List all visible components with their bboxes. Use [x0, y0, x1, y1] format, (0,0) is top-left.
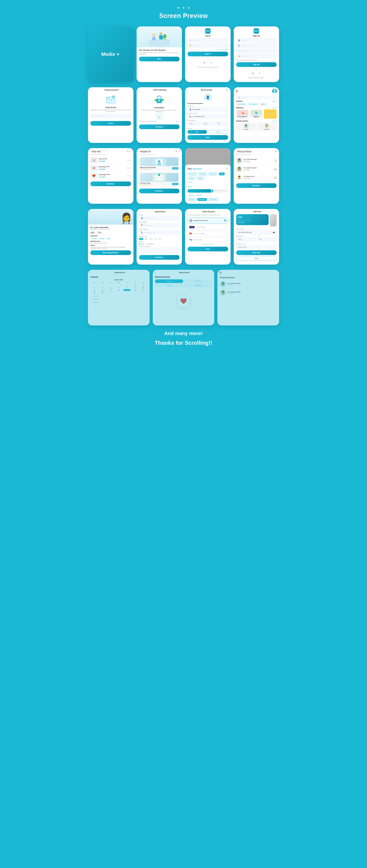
payment-save-button[interactable]: Save [188, 247, 228, 251]
signup-email-field[interactable]: ✉ Email address [236, 49, 277, 53]
dob-month[interactable]: Month [201, 122, 214, 126]
hospital-1-details-button[interactable]: Details [172, 167, 178, 169]
send-reset-button[interactable]: Send [90, 121, 131, 126]
terms-checkbox[interactable] [236, 59, 238, 61]
signin-button[interactable]: Sign In [188, 52, 228, 56]
otp-back-button[interactable]: ‹ [139, 89, 139, 91]
state-california[interactable]: California [208, 173, 218, 176]
time-slot-1[interactable]: → 11:00 AM [90, 294, 147, 298]
cvv-field[interactable]: 980 [257, 237, 277, 242]
prev-month[interactable]: ‹ [90, 279, 91, 281]
view-all-doctors[interactable]: View all [272, 120, 277, 122]
appointment-back-button[interactable]: ‹ [139, 210, 139, 213]
back-button[interactable]: ‹ [90, 89, 91, 91]
appointment-name-field[interactable]: 👤 Enter your Name [139, 216, 180, 220]
pharmacy-item-1[interactable]: 💊 Block Drug Store New York [236, 110, 249, 119]
distance-slider[interactable] [188, 189, 228, 193]
book-appointment-button[interactable]: Book Appointment [90, 250, 131, 255]
pharmacy-item-2[interactable]: 🏪 Walgreens New York [250, 110, 263, 119]
otp-continue-button[interactable]: Continue [139, 124, 180, 129]
filter-icon-clinic[interactable]: ⚙ [130, 150, 131, 152]
time-slot-3[interactable]: → 1:30 PM [90, 301, 147, 304]
blood-ab-minus[interactable]: AB- [139, 238, 143, 240]
dob-day[interactable]: Date [188, 122, 201, 126]
card-back-button[interactable]: ‹ [236, 210, 236, 213]
consultation-service[interactable]: 🩺Consultation [247, 103, 259, 105]
clinic-continue-button[interactable]: Continue › [90, 182, 131, 186]
state-florida[interactable]: Florida [188, 177, 195, 180]
cardholder-name-field[interactable]: Zahid Hasan [236, 245, 277, 249]
view-all-states[interactable]: View all ∨ [188, 181, 194, 183]
morning-slot-3[interactable]: 11:00 AM [155, 284, 183, 287]
blood-b-plus[interactable]: B+ [158, 238, 162, 240]
otp-input[interactable]: 3 [157, 114, 162, 119]
morning-slot-2[interactable]: 10:30 PM [184, 279, 212, 283]
profile-skip-link[interactable]: Skip [225, 89, 229, 91]
price-range-2[interactable]: $200-$300 [197, 198, 207, 201]
menu-icon[interactable]: ☰ [236, 90, 238, 92]
signup-password-field[interactable]: 🔒 Password 👁 [236, 54, 277, 58]
gender-male-button[interactable]: Male [188, 130, 207, 134]
facebook-login-button[interactable]: f [208, 60, 214, 65]
profile-back-button[interactable]: ‹ [187, 89, 188, 91]
time-slot-2[interactable]: → 12:00 PM [90, 298, 147, 301]
popular-doctor-1[interactable]: 👩‍⚕️ Dr. Leslie [236, 123, 256, 130]
card-number-field[interactable]: 5282 3456 7890 1289 📷 [236, 230, 277, 234]
doctor-item-2[interactable]: 👩‍⚕️ Dr. Leslie Alexander Neurology 550 … [236, 165, 277, 173]
profile-contact-field[interactable]: 📞 +01 900-6009-1200 [188, 114, 228, 119]
service-item-cardiology[interactable]: ❤️ Cardiology Clinic 540 Hospital $210-$… [90, 172, 131, 180]
service-item-neurology[interactable]: 🧠 Neurology Clinic 540 Hospital $500-$90… [90, 164, 131, 172]
hospital-item-1[interactable]: Massachusetts Hospital ★4.5 (856 Reviews… [139, 156, 180, 171]
forgot-password-link[interactable]: Forgot Password [188, 49, 228, 50]
payment-mastercard-option[interactable]: •••• •••• •••• 268 [188, 231, 228, 236]
view-all-pharmacy[interactable]: View all [272, 107, 277, 108]
facebook-signup-button[interactable]: f [257, 71, 262, 76]
popular-doctor-2[interactable]: 👨‍⚕️ Dr. Chester [257, 123, 277, 130]
payment-back-button[interactable]: ‹ [187, 210, 188, 213]
doctor-back-button[interactable]: ‹ [236, 150, 236, 152]
google-login-button[interactable]: G [202, 60, 207, 65]
state-newyork[interactable]: New York [188, 173, 197, 176]
search-icon-hospital[interactable]: 🔍 [175, 150, 177, 152]
service-item-general[interactable]: 🩺 General Care 540 Hospital $100-$400 De… [90, 156, 131, 164]
home-search[interactable]: 🔍 Search [236, 96, 277, 99]
next-month[interactable]: › [147, 279, 147, 281]
dob-year[interactable]: Year [215, 122, 228, 126]
hospital-back-button[interactable]: ‹ [139, 150, 139, 152]
add-card-button[interactable]: Add Card [236, 250, 277, 255]
pharmacy-service[interactable]: 💊Pharmacy [236, 103, 246, 105]
doctor-item-1[interactable]: 👩‍⚕️ Dr. Leslie Alexander Neurology 550 … [236, 156, 277, 165]
payment-visa-option[interactable]: VISA •••• •••• •••• 458 [188, 224, 228, 230]
clinic-service[interactable]: 🏥Cli... [260, 103, 267, 105]
payment-paypal-option[interactable]: Pay Zahid Hasan [188, 237, 228, 242]
google-signup-button[interactable]: G [251, 71, 256, 76]
gender-male-option[interactable]: Male [139, 243, 144, 245]
hospital-2-details-button[interactable]: Details [172, 183, 178, 185]
price-range-3[interactable]: $200-$300 [208, 198, 218, 201]
save-profile-button[interactable]: Save [188, 135, 228, 140]
hospital-item-2[interactable]: Cleveland Clinic ★4.5 (856 Reviews) Deta… [139, 172, 180, 187]
appointment-dob-field[interactable]: 📅 dd/mm/yyyy [139, 223, 180, 227]
reset-email-field[interactable]: ✉ Enter your email [90, 114, 131, 118]
gender-female-option[interactable]: Female [146, 243, 154, 245]
gender-male-radio[interactable] [139, 243, 141, 245]
popular-doc-1[interactable]: 👩‍⚕️ Dr. Leslie Alexander Neurology [220, 280, 277, 288]
blood-a-plus[interactable]: A+ [149, 238, 153, 240]
fullname-field[interactable]: 👤 Full Name [236, 38, 277, 42]
schedule-back-button[interactable]: ‹ [90, 271, 91, 274]
view-all-services[interactable]: View all [272, 100, 277, 102]
appointment-mobile-field[interactable]: 📞 Enter your Number [139, 230, 180, 235]
next-button[interactable]: Next [139, 57, 180, 61]
state-oregon[interactable]: Oregon [197, 177, 204, 180]
pharmacy-item-3[interactable]: 💉 [264, 110, 277, 119]
doctor-item-3[interactable]: 👨‍⚕️ Dr. Chester Huff Cardiologist 800 R… [236, 173, 277, 182]
blood-ab-minus-2[interactable]: AB- [144, 238, 148, 240]
blood-a-minus[interactable]: A- [154, 238, 158, 240]
filter-close-button[interactable]: ✕ [226, 167, 228, 170]
price-range-1[interactable]: $0-$200 [188, 198, 196, 201]
hospital-continue-button[interactable]: Continue › [139, 189, 180, 193]
gender-female-radio[interactable] [146, 243, 148, 245]
resend-link[interactable]: Re-Send [151, 121, 157, 122]
filter-icon-hospital[interactable]: ⚙ [178, 150, 180, 152]
signup-button[interactable]: Sign Up [236, 62, 277, 67]
